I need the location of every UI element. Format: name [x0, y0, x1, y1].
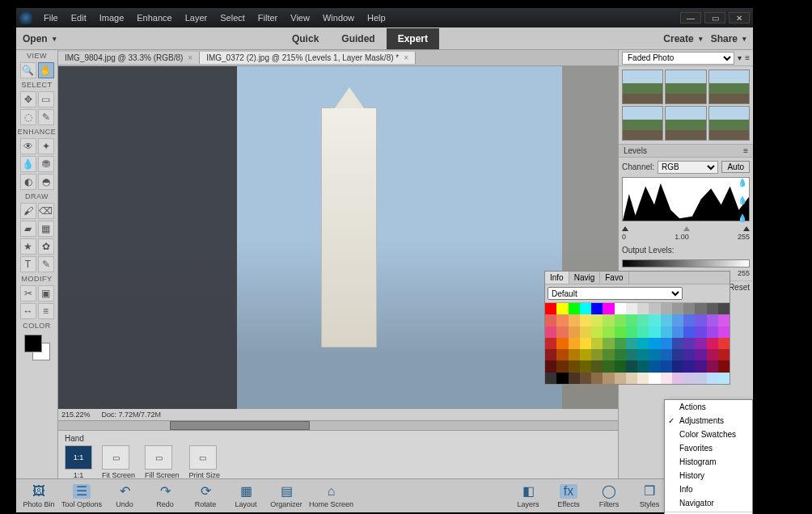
swatch[interactable] [569, 327, 580, 338]
swatch[interactable] [569, 303, 580, 314]
workspace-item-color-swatches[interactable]: Color Swatches [665, 428, 752, 441]
swatch[interactable] [707, 327, 718, 338]
swatch[interactable] [569, 338, 580, 349]
swatch[interactable] [695, 338, 706, 349]
swatch[interactable] [649, 303, 660, 314]
effect-thumb[interactable] [665, 106, 706, 141]
swatch[interactable] [569, 349, 580, 360]
swatch[interactable] [626, 349, 637, 360]
swatch[interactable] [718, 349, 730, 360]
swatch[interactable] [615, 360, 626, 372]
option-fit-screen[interactable]: ▭ [102, 445, 129, 470]
photo-bin-button[interactable]: 🖼Photo Bin [21, 484, 57, 508]
swatch[interactable] [556, 360, 568, 372]
swatch[interactable] [695, 327, 706, 338]
close-tab-icon[interactable]: × [404, 53, 408, 62]
workspace-item-info[interactable]: Info [665, 482, 752, 496]
undo-button[interactable]: ↶Undo [107, 484, 142, 508]
swatch[interactable] [580, 349, 591, 360]
menu-layer[interactable]: Layer [179, 13, 214, 23]
workspace-item-history[interactable]: History [665, 469, 752, 482]
swatch[interactable] [718, 303, 730, 314]
swatch[interactable] [591, 314, 603, 326]
option-fill-screen[interactable]: ▭ [145, 445, 172, 470]
swatch[interactable] [569, 373, 580, 384]
straighten-tool[interactable]: ≡ [38, 303, 54, 319]
redo-button[interactable]: ↷Redo [147, 484, 183, 508]
menu-help[interactable]: Help [361, 13, 392, 23]
filters-button[interactable]: ◯Filters [591, 484, 627, 508]
swatch[interactable] [637, 314, 649, 326]
swatch[interactable] [683, 303, 695, 314]
swatch[interactable] [626, 314, 637, 326]
menu-image[interactable]: Image [93, 13, 131, 23]
workspace-item-favorites[interactable]: Favorites [665, 441, 752, 455]
black-point-picker-icon[interactable]: 💧 [738, 178, 747, 187]
swatch[interactable] [672, 314, 683, 326]
swatch[interactable] [683, 360, 695, 372]
swatch[interactable] [580, 314, 591, 326]
swatch[interactable] [695, 360, 706, 372]
swatch[interactable] [603, 360, 614, 372]
swatch[interactable] [615, 327, 626, 338]
swatch[interactable] [591, 303, 603, 314]
swatch-tab-info[interactable]: Info [545, 272, 569, 284]
swatch[interactable] [707, 338, 718, 349]
lasso-tool[interactable]: ◌ [20, 109, 36, 125]
swatch[interactable] [661, 338, 672, 349]
zoom-tool[interactable]: 🔍 [20, 62, 36, 78]
swatch[interactable] [683, 314, 695, 326]
home-button[interactable]: ⌂Home Screen [309, 484, 353, 508]
swatch[interactable] [580, 373, 591, 384]
effects-button[interactable]: fxEffects [551, 484, 586, 508]
swatch[interactable] [556, 327, 568, 338]
stamp-tool[interactable]: ⛃ [38, 156, 54, 172]
quick-select-tool[interactable]: ✎ [38, 109, 54, 125]
effect-thumb[interactable] [622, 70, 663, 104]
workspace-item-navigator[interactable]: Navigator [665, 496, 752, 510]
layout-button[interactable]: ▦Layout [228, 484, 264, 508]
swatch[interactable] [615, 303, 626, 314]
create-menu[interactable]: Create [663, 33, 702, 44]
swatch[interactable] [545, 314, 556, 326]
swatch[interactable] [615, 373, 626, 384]
swatch[interactable] [672, 338, 683, 349]
swatch[interactable] [580, 303, 591, 314]
brush-tool[interactable]: 🖌 [20, 203, 36, 219]
channel-select[interactable]: RGB [658, 161, 718, 174]
swatch[interactable] [603, 349, 614, 360]
swatch[interactable] [615, 314, 626, 326]
maximize-button[interactable]: ▭ [704, 12, 725, 23]
organizer-button[interactable]: ▤Organizer [269, 484, 304, 508]
swatch[interactable] [672, 327, 683, 338]
swatch[interactable] [683, 373, 695, 384]
rotate-button[interactable]: ⟳Rotate [188, 484, 223, 508]
color-well[interactable] [24, 335, 50, 360]
white-point-picker-icon[interactable]: 💧 [738, 213, 747, 222]
preset-dropdown-icon[interactable]: ▾ [738, 53, 742, 62]
crop-tool[interactable]: ✂ [20, 285, 36, 301]
swatch[interactable] [683, 327, 695, 338]
eye-tool[interactable]: 👁 [20, 138, 36, 154]
mode-expert[interactable]: Expert [387, 28, 439, 49]
tool-options-button[interactable]: ☰Tool Options [61, 484, 102, 508]
menu-filter[interactable]: Filter [252, 13, 284, 23]
swatch[interactable] [649, 327, 660, 338]
swatch[interactable] [569, 360, 580, 372]
auto-levels-button[interactable]: Auto [721, 161, 750, 173]
effect-thumb[interactable] [708, 106, 750, 141]
cookie-tool[interactable]: ✿ [38, 238, 54, 255]
effect-thumb[interactable] [665, 70, 706, 104]
swatch[interactable] [707, 314, 718, 326]
swatch[interactable] [556, 303, 568, 314]
swatch[interactable] [603, 314, 614, 326]
pattern-tool[interactable]: ▦ [38, 221, 54, 237]
menu-view[interactable]: View [284, 13, 316, 23]
swatch[interactable] [661, 303, 672, 314]
horizontal-scrollbar[interactable] [58, 420, 618, 430]
swatch[interactable] [556, 314, 568, 326]
levels-menu-icon[interactable]: ≡ [743, 146, 748, 155]
swatch[interactable] [637, 373, 649, 384]
swatch[interactable] [556, 338, 568, 349]
swatch[interactable] [603, 338, 614, 349]
